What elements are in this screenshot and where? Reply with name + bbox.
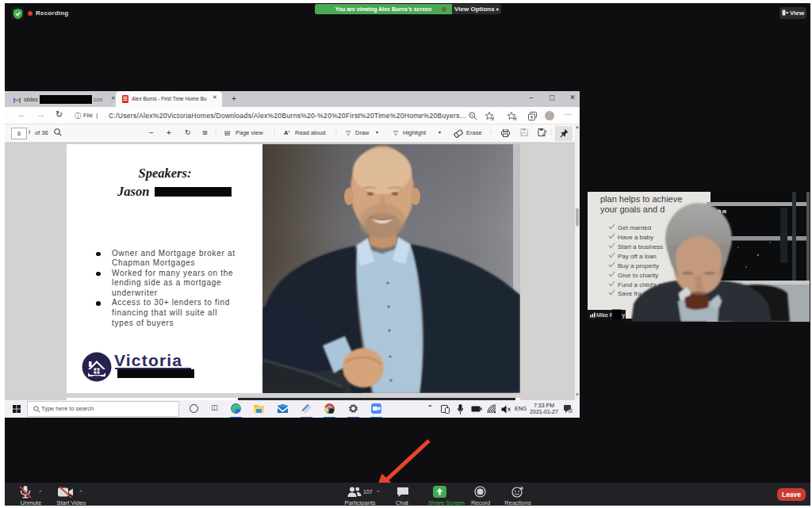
svg-text:Get married: Get married: [618, 224, 651, 231]
svg-text:your goals and d: your goals and d: [600, 204, 665, 214]
svg-text:Start a business: Start a business: [618, 243, 663, 250]
svg-text:Buy a property: Buy a property: [618, 262, 659, 269]
svg-text:Give to charity: Give to charity: [618, 272, 658, 279]
svg-text:Mike R: Mike R: [596, 312, 614, 318]
svg-text:Pay off a loan: Pay off a loan: [618, 253, 657, 260]
svg-text:y: y: [622, 311, 626, 319]
svg-text:Save fro: Save fro: [618, 290, 642, 297]
svg-text:Have a baby: Have a baby: [618, 234, 653, 241]
svg-text:plan helps to achieve: plan helps to achieve: [600, 194, 682, 204]
